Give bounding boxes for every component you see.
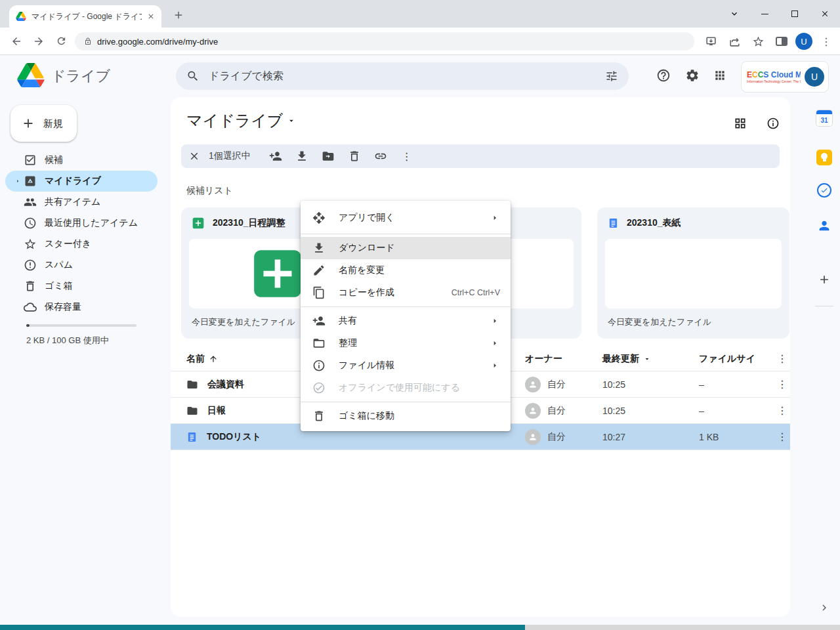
submenu-arrow-icon (490, 338, 500, 348)
new-tab-button[interactable] (169, 6, 188, 24)
owner-label: 自分 (547, 379, 566, 390)
approval-check-icon (24, 154, 37, 167)
add-addon-plus-icon[interactable] (814, 269, 835, 290)
share-icon[interactable] (724, 32, 744, 51)
calendar-icon[interactable]: 31 (814, 108, 835, 129)
keep-icon[interactable] (814, 147, 835, 168)
window-close-button[interactable] (810, 0, 840, 28)
selection-count: 1個選択中 (209, 150, 251, 162)
menu-divider (301, 306, 511, 307)
bookmark-star-icon[interactable] (748, 32, 768, 51)
file-name: TODOリスト (207, 431, 261, 443)
column-header-owner[interactable]: オーナー (525, 353, 602, 365)
menu-item-share[interactable]: 共有 (301, 310, 511, 332)
account-badge[interactable]: ECCS Cloud Mail Information Technology C… (742, 62, 828, 92)
sidebar-item-shared[interactable]: 共有アイテム (0, 192, 168, 213)
sidebar-item-trash[interactable]: ゴミ箱 (0, 276, 168, 297)
help-icon[interactable] (654, 66, 673, 85)
copy-link-icon[interactable] (368, 144, 394, 168)
sidebar-item-my-drive[interactable]: マイドライブ (5, 171, 158, 192)
eccs-logo: ECCS Cloud Mail Information Technology C… (747, 70, 801, 83)
copy-icon (312, 286, 326, 299)
sidebar-item-recent[interactable]: 最近使用したアイテム (0, 213, 168, 234)
sidebar-item-spam[interactable]: スパム (0, 255, 168, 276)
menu-item-open-with[interactable]: アプリで開く (301, 205, 511, 231)
drive-search-bar[interactable] (176, 62, 629, 90)
menu-item-make-copy[interactable]: コピーを作成 Ctrl+C Ctrl+V (301, 282, 511, 304)
row-more-actions-icon[interactable]: ⋮ (772, 404, 792, 417)
menu-item-move-to-trash[interactable]: ゴミ箱に移動 (301, 405, 511, 427)
menu-divider (301, 234, 511, 234)
page-title[interactable]: マイドライブ (186, 110, 296, 131)
panel-expand-chevron-icon[interactable] (814, 597, 835, 618)
context-menu: アプリで開く ダウンロード 名前を変更 コピーを作成 Ctrl+C Ctrl+V (301, 201, 511, 431)
sidebar-item-suggested[interactable]: 候補 (0, 150, 168, 171)
back-button[interactable] (5, 30, 28, 52)
owner-avatar (525, 377, 541, 392)
forward-button[interactable] (28, 30, 50, 52)
eccs-logo-subtext: Information Technology Center, The Unive… (747, 79, 801, 83)
modified-time: 10:25 (602, 406, 699, 416)
drive-favicon-icon (16, 12, 26, 21)
browser-profile-avatar[interactable]: U (795, 33, 812, 50)
new-button[interactable]: 新規 (10, 105, 77, 142)
address-bar[interactable]: drive.google.com/drive/my-drive (75, 32, 694, 51)
trash-icon (312, 410, 326, 423)
share-person-add-icon (312, 314, 326, 327)
row-more-actions-icon[interactable]: ⋮ (772, 378, 792, 390)
browser-tab[interactable]: マイドライブ - Google ドライブ (9, 5, 161, 28)
more-actions-icon[interactable]: ⋮ (394, 144, 420, 168)
search-input[interactable] (209, 70, 596, 82)
side-panel-icon[interactable] (772, 32, 791, 51)
sheets-file-icon (192, 217, 205, 230)
owner-avatar (525, 429, 541, 445)
window-minimize-button[interactable] (749, 0, 780, 28)
share-person-add-icon[interactable] (262, 144, 289, 168)
star-icon (24, 238, 37, 251)
column-header-size[interactable]: ファイルサイ (699, 353, 772, 365)
recording-progress-bar (0, 625, 525, 630)
submenu-arrow-icon (490, 316, 500, 326)
drive-profile-avatar[interactable]: U (805, 67, 824, 87)
menu-item-rename[interactable]: 名前を変更 (301, 259, 511, 282)
menu-item-file-info[interactable]: ファイル情報 (301, 354, 511, 377)
tasks-icon[interactable] (814, 180, 835, 201)
menu-item-download[interactable]: ダウンロード (301, 237, 511, 259)
modified-time: 10:25 (602, 379, 699, 390)
suggested-card-docs[interactable]: 202310_表紙 今日変更を加えたファイル (597, 207, 789, 339)
row-more-actions-icon[interactable]: ⋮ (772, 430, 792, 443)
tab-search-chevron-icon[interactable] (719, 0, 749, 28)
install-icon[interactable] (701, 32, 721, 51)
card-caption: 今日変更を加えたファイル (608, 316, 711, 328)
tab-close-icon[interactable] (147, 12, 155, 20)
search-options-icon[interactable] (605, 70, 618, 83)
download-icon[interactable] (289, 144, 315, 168)
grid-view-toggle-icon[interactable] (730, 113, 751, 134)
file-size: – (699, 379, 772, 390)
details-info-icon[interactable] (763, 113, 784, 134)
trash-icon (24, 280, 37, 293)
reload-button[interactable] (50, 30, 72, 52)
google-apps-grid-icon[interactable] (710, 66, 730, 85)
card-thumbnail (605, 239, 782, 308)
column-options-icon[interactable]: ⋮ (772, 352, 792, 365)
browser-menu-icon[interactable]: ⋮ (816, 32, 836, 51)
tab-strip: マイドライブ - Google ドライブ (0, 0, 840, 28)
cloud-icon (24, 301, 37, 314)
selection-toolbar: 1個選択中 ⋮ (181, 144, 780, 168)
window-maximize-button[interactable] (780, 0, 810, 28)
trash-icon[interactable] (341, 144, 368, 168)
contacts-icon[interactable] (814, 215, 835, 236)
open-with-icon (312, 211, 326, 224)
sidebar-item-storage[interactable]: 保存容量 (0, 297, 168, 318)
suggested-section-label: 候補リスト (186, 185, 233, 197)
menu-item-organize[interactable]: 整理 (301, 332, 511, 354)
expand-caret-icon[interactable] (14, 178, 21, 184)
url-text: drive.google.com/drive/my-drive (97, 37, 218, 47)
move-to-folder-icon[interactable] (315, 144, 341, 168)
clear-selection-icon[interactable] (181, 144, 207, 168)
column-header-modified[interactable]: 最終更新 (602, 353, 699, 365)
tab-title: マイドライブ - Google ドライブ (32, 11, 142, 22)
sidebar-item-starred[interactable]: スター付き (0, 234, 168, 255)
settings-gear-icon[interactable] (682, 66, 702, 85)
